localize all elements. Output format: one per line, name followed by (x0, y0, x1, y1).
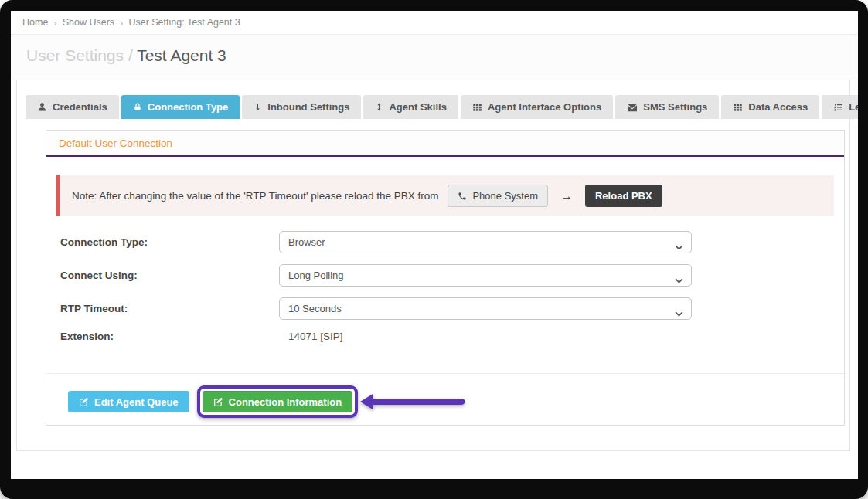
edit-icon (213, 397, 223, 407)
grid-icon (472, 103, 482, 112)
page-title-current: Test Agent 3 (137, 46, 226, 64)
right-arrow-glyph: → (557, 189, 576, 203)
connection-type-select[interactable]: Browser (279, 231, 692, 253)
connection-type-row: Connection Type: Browser (60, 231, 830, 253)
rtp-timeout-row: RTP Timeout: 10 Seconds (60, 297, 830, 320)
panel-header: Default User Connection (46, 131, 844, 157)
connection-information-button[interactable]: Connection Information (203, 391, 353, 412)
tab-label: Data Access (748, 101, 808, 113)
title-bar: User Settings / Test Agent 3 (11, 35, 858, 80)
page-title: User Settings / Test Agent 3 (26, 46, 842, 65)
page-title-section: User Settings / (26, 46, 137, 64)
tab-label: Lead Assign (849, 101, 858, 113)
connection-form: Connection Type: Browser Connect Using: … (46, 231, 844, 342)
connection-type-select-wrap: Browser (279, 231, 692, 253)
note-text: Note: After changing the value of the 'R… (72, 190, 438, 202)
envelope-icon (627, 103, 638, 112)
phone-icon (458, 192, 467, 201)
tab-label: Inbound Settings (267, 101, 349, 113)
edit-agent-queue-button[interactable]: Edit Agent Queue (68, 391, 189, 412)
tab-credentials[interactable]: Credentials (26, 95, 119, 119)
connection-information-label: Connection Information (229, 396, 342, 408)
lock-icon (133, 102, 142, 112)
breadcrumb-separator: › (53, 17, 56, 29)
annotation-arrow-icon (359, 392, 465, 412)
window-frame: Home › Show Users › User Setting: Test A… (0, 0, 868, 499)
breadcrumb: Home › Show Users › User Setting: Test A… (11, 11, 858, 35)
ordered-list-icon (833, 103, 843, 112)
tab-label: Credentials (53, 101, 107, 113)
connect-using-select-wrap: Long Polling (279, 264, 692, 287)
phone-system-button[interactable]: Phone System (448, 185, 548, 207)
connect-using-select[interactable]: Long Polling (279, 264, 692, 287)
extension-value: 14071 [SIP] (279, 331, 343, 342)
connection-type-label: Connection Type: (60, 236, 279, 248)
tab-data-access[interactable]: Data Access (721, 95, 819, 119)
breadcrumb-separator: › (120, 17, 123, 29)
app-screen: Home › Show Users › User Setting: Test A… (11, 11, 858, 479)
tab-agent-interface-options[interactable]: Agent Interface Options (461, 95, 613, 119)
rtp-timeout-select[interactable]: 10 Seconds (279, 297, 692, 320)
tab-label: Agent Skills (389, 101, 446, 113)
reload-pbx-button[interactable]: Reload PBX (585, 185, 662, 207)
extension-label: Extension: (60, 331, 279, 342)
user-icon (37, 102, 47, 112)
content-card: Credentials Connection Type Inbound Sett… (16, 80, 850, 451)
connect-using-row: Connect Using: Long Polling (60, 264, 830, 287)
extension-row: Extension: 14071 [SIP] (60, 331, 830, 342)
phone-system-label: Phone System (472, 190, 538, 202)
panel-footer: Edit Agent Queue Connection Information (46, 374, 844, 425)
tab-sms-settings[interactable]: SMS Settings (615, 95, 719, 119)
breadcrumb-current-page: User Setting: Test Agent 3 (128, 17, 240, 28)
rtp-timeout-select-wrap: 10 Seconds (279, 297, 692, 320)
arrows-vertical-icon (375, 102, 383, 112)
breadcrumb-show-users[interactable]: Show Users (63, 17, 114, 28)
arrow-down-icon (254, 102, 262, 112)
tab-label: SMS Settings (643, 101, 707, 113)
default-user-connection-panel: Default User Connection Note: After chan… (46, 130, 845, 426)
rtp-timeout-label: RTP Timeout: (60, 303, 279, 314)
grid-icon (733, 103, 743, 112)
tab-lead-assign[interactable]: Lead Assign (822, 95, 858, 119)
tab-label: Connection Type (148, 101, 228, 113)
tab-inbound-settings[interactable]: Inbound Settings (242, 95, 361, 119)
tab-bar: Credentials Connection Type Inbound Sett… (26, 95, 847, 119)
edit-agent-queue-label: Edit Agent Queue (94, 396, 179, 408)
edit-icon (79, 397, 89, 407)
annotation-highlight-box: Connection Information (197, 385, 359, 418)
tab-connection-type[interactable]: Connection Type (121, 95, 240, 119)
tab-label: Agent Interface Options (488, 101, 601, 113)
tab-agent-skills[interactable]: Agent Skills (363, 95, 458, 119)
rtp-timeout-note: Note: After changing the value of the 'R… (56, 175, 834, 216)
connect-using-label: Connect Using: (60, 270, 279, 281)
breadcrumb-home[interactable]: Home (22, 17, 48, 28)
